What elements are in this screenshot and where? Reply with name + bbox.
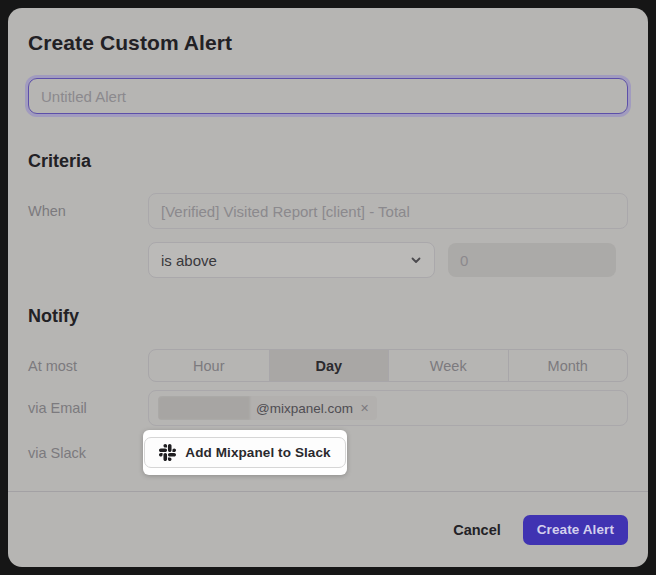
notify-heading: Notify [28, 305, 628, 327]
modal-title: Create Custom Alert [28, 32, 628, 54]
frequency-option-month[interactable]: Month [508, 350, 628, 381]
at-most-label: At most [28, 358, 148, 374]
email-chip-domain: @mixpanel.com [256, 401, 353, 416]
create-alert-button[interactable]: Create Alert [523, 515, 628, 545]
at-most-row: At most Hour Day Week Month [28, 349, 628, 382]
when-label: When [28, 203, 148, 219]
chip-remove-icon[interactable]: ✕ [360, 403, 369, 414]
frequency-option-day[interactable]: Day [269, 350, 389, 381]
create-custom-alert-modal: Create Custom Alert Criteria When is abo… [8, 8, 648, 567]
when-event-input[interactable] [148, 193, 628, 229]
via-slack-row: via Slack Add Mixpanel to Slack [28, 430, 628, 475]
when-row: When [28, 193, 628, 229]
alert-name-input[interactable] [28, 78, 628, 114]
email-recipients-field[interactable]: @mixpanel.com ✕ [148, 390, 628, 426]
frequency-option-hour[interactable]: Hour [149, 350, 269, 381]
condition-row: is above [28, 242, 628, 278]
condition-selected-value: is above [161, 252, 217, 269]
frequency-option-week[interactable]: Week [388, 350, 508, 381]
cancel-button[interactable]: Cancel [453, 522, 501, 538]
via-email-row: via Email @mixpanel.com ✕ [28, 390, 628, 426]
criteria-heading: Criteria [28, 150, 628, 172]
email-chip: @mixpanel.com ✕ [158, 396, 377, 420]
threshold-input[interactable] [448, 243, 616, 277]
modal-footer: Cancel Create Alert [8, 491, 648, 567]
slack-button-label: Add Mixpanel to Slack [185, 445, 330, 460]
add-mixpanel-to-slack-button[interactable]: Add Mixpanel to Slack [144, 437, 345, 468]
slack-button-spotlight: Add Mixpanel to Slack [143, 430, 347, 475]
chevron-down-icon [410, 254, 422, 266]
slack-icon [159, 444, 176, 461]
via-email-label: via Email [28, 400, 148, 416]
frequency-segmented-control: Hour Day Week Month [148, 349, 628, 382]
condition-select[interactable]: is above [148, 242, 435, 278]
via-slack-label: via Slack [28, 445, 148, 461]
email-username-redacted [158, 396, 250, 420]
